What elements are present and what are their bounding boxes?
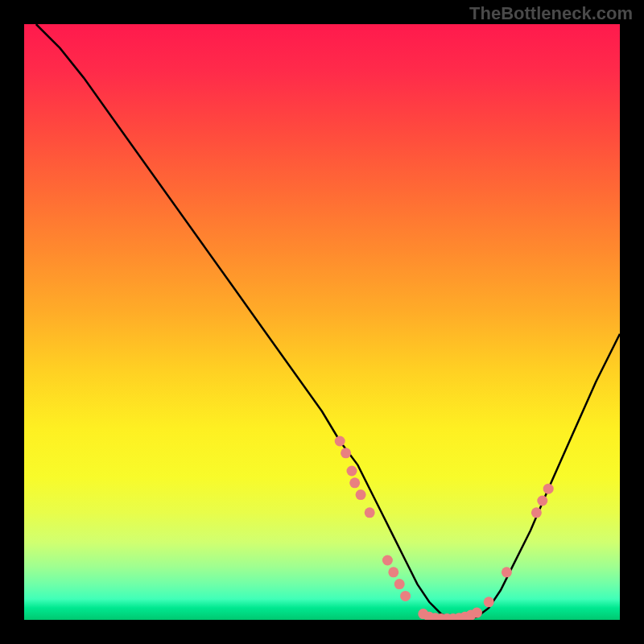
- chart-svg: [24, 24, 620, 620]
- data-point: [543, 484, 554, 494]
- data-points: [335, 436, 554, 621]
- data-point: [349, 477, 360, 488]
- data-point: [537, 496, 547, 506]
- data-point: [341, 448, 351, 458]
- data-point: [394, 579, 405, 589]
- data-point: [531, 507, 542, 518]
- data-point: [472, 608, 482, 618]
- data-point: [484, 597, 494, 607]
- data-point: [356, 489, 366, 500]
- data-point: [365, 507, 375, 518]
- bottleneck-curve: [36, 24, 620, 620]
- watermark-text: TheBottleneck.com: [469, 3, 633, 24]
- data-point: [335, 436, 345, 447]
- data-point: [388, 567, 398, 577]
- data-point: [502, 567, 512, 577]
- data-point: [347, 466, 357, 477]
- plot-area: [24, 24, 620, 620]
- data-point: [400, 591, 411, 601]
- data-point: [382, 555, 393, 566]
